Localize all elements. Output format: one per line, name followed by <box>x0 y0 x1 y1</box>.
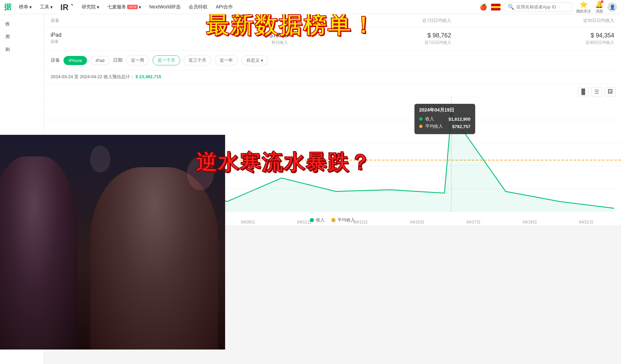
col-month-avg: 近30日日均收入 <box>458 14 621 27</box>
messages-button[interactable]: 🔔 消息 <box>595 0 603 14</box>
nav-item-api[interactable]: API合作 <box>212 0 236 14</box>
device-name: iPad <box>51 32 125 38</box>
avg-dot <box>419 125 423 128</box>
month-avg-label: 近30日日均收入 <box>465 40 614 46</box>
device-filter-label: 设备 <box>51 57 60 63</box>
month-avg-cell: $ 94,354 近30日日均收入 <box>458 27 621 50</box>
device-sub-label: 设备 <box>51 39 125 44</box>
legend-avg-label: 平均收入 <box>338 217 355 223</box>
chart-toolbar: ▐▌ ☰ 🖼 <box>578 87 616 96</box>
revenue-dot <box>419 117 423 121</box>
tooltip-revenue-row: 收入 $1,612,900 <box>419 116 470 122</box>
star-icon: ⭐ <box>579 0 588 8</box>
nav-item-service[interactable]: 七麦服务 NEW ▾ <box>104 0 144 14</box>
image-export-button[interactable]: 🖼 <box>605 87 616 96</box>
legend-revenue-label: 收入 <box>316 217 325 223</box>
x-label-0421: 04/21日 <box>579 219 593 225</box>
legend-revenue: 收入 <box>310 217 325 223</box>
chart-tooltip: 2024年04月19日 收入 $1,612,900 平均收入 $782,757 <box>414 104 475 134</box>
col-device: 设备 <box>44 14 132 27</box>
filter-iphone[interactable]: iPhone <box>63 56 87 65</box>
avatar-icon: 👤 <box>610 4 615 10</box>
overlay-title-text: 最新数据榜单！ <box>206 10 376 41</box>
tooltip-date: 2024年04月19日 <box>419 107 470 113</box>
person-background <box>0 135 225 350</box>
list-icon: ☰ <box>594 89 599 95</box>
legend-yellow-dot <box>331 218 335 222</box>
date-filter-label: 日期 <box>113 57 123 63</box>
new-badge: NEW <box>127 5 138 9</box>
filter-3months[interactable]: 近三个月 <box>184 55 211 65</box>
filter-year[interactable]: 近一年 <box>215 55 238 65</box>
bar-chart-icon: ▐▌ <box>579 89 587 95</box>
list-view-button[interactable]: ☰ <box>591 87 602 96</box>
chart-legend: 收入 平均收入 <box>310 217 355 223</box>
image-icon: 🖼 <box>608 89 613 95</box>
x-label-0415: 04/15日 <box>410 219 424 225</box>
legend-avg-revenue: 平均收入 <box>331 217 355 223</box>
search-box[interactable]: 🔍 <box>505 2 572 11</box>
sidebar-item-3[interactable]: 则 <box>0 43 44 56</box>
filter-custom[interactable]: 自定义 ▾ <box>241 55 268 65</box>
filter-ipad[interactable]: iPad <box>90 56 109 65</box>
search-input[interactable] <box>516 4 570 9</box>
legend-green-dot <box>310 218 314 222</box>
sidebar-item-2[interactable]: 用 <box>0 30 44 43</box>
date-range-bar: 2024-03-24 至 2024-04-22 收入预估总计： $ 23,482… <box>44 70 621 84</box>
device-cell: iPad 设备 <box>44 27 132 50</box>
notification-dot <box>601 0 603 3</box>
revenue-label: 收入 <box>425 116 446 122</box>
bar-chart-button[interactable]: ▐▌ <box>578 87 589 96</box>
logo[interactable]: 据 <box>4 2 11 12</box>
nav-right-section: 🍎 🔍 ⭐ 我的关注 🔔 消息 👤 <box>480 0 617 14</box>
my-follow-button[interactable]: ⭐ 我的关注 <box>576 0 591 14</box>
overlay-section <box>0 135 225 350</box>
user-avatar[interactable]: 👤 <box>608 2 617 12</box>
avg-label: 平均收入 <box>425 123 450 129</box>
overlay-subtitle-text: 逆水寒流水暴跌？ <box>196 148 371 177</box>
x-label-0411: 04/11日 <box>297 219 311 225</box>
avg-value: $782,757 <box>452 124 470 129</box>
china-flag-icon[interactable] <box>491 4 501 10</box>
month-avg-value: $ 94,354 <box>465 32 614 39</box>
tooltip-avg-row: 平均收入 $782,757 <box>419 123 470 129</box>
nav-item-tools[interactable]: 工具 ▾ <box>36 0 56 14</box>
apple-icon[interactable]: 🍎 <box>480 3 487 11</box>
x-label-0419: 04/19日 <box>522 219 537 225</box>
filter-month[interactable]: 近一个月 <box>153 55 180 65</box>
revenue-value: $1,612,900 <box>449 117 470 122</box>
top-navigation: 据 榜单 ▾ 工具 ▾ ASA ▾ 研究院 ▾ 七麦服务 NEW ▾ NextW… <box>0 0 621 14</box>
total-amount: $ 23,482,715 <box>135 74 161 79</box>
sidebar-item-1[interactable]: 收 <box>0 18 44 30</box>
nav-item-research[interactable]: 研究院 ▾ <box>78 0 103 14</box>
x-label-0409: 04/09日 <box>241 219 255 225</box>
ir-label: IR ` <box>56 0 78 15</box>
x-label-0417: 04/17日 <box>466 219 480 225</box>
x-label-0413: 04/13日 <box>353 219 368 225</box>
filter-bar: 设备 iPhone iPad 日期 近一周 近一个月 近三个月 近一年 自定义 … <box>44 51 621 70</box>
nav-item-nextworld[interactable]: NextWorld评选 <box>146 0 184 14</box>
search-icon: 🔍 <box>508 4 514 10</box>
nav-item-bangdan[interactable]: 榜单 ▾ <box>16 0 35 14</box>
nav-item-vip[interactable]: 会员特权 <box>185 0 211 14</box>
filter-week[interactable]: 近一周 <box>126 55 149 65</box>
